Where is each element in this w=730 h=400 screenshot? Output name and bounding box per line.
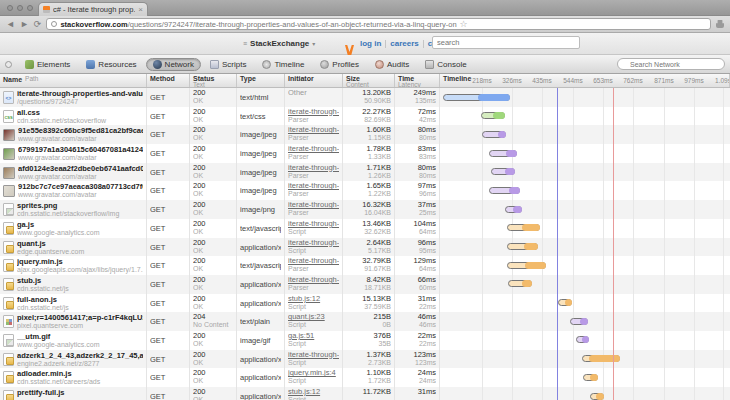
network-request-row[interactable]: full-anon.js cdn.sstatic.net/js GET 200 …	[0, 294, 730, 313]
column-header-initiator[interactable]: Initiator	[285, 74, 343, 87]
request-method: GET	[150, 94, 186, 102]
request-initiator-link[interactable]: iterate-through-properties-	[288, 164, 339, 172]
request-content-size: 1.26KB	[346, 172, 391, 180]
request-size: 22.27KB	[346, 108, 391, 116]
request-status-text: OK	[193, 303, 233, 311]
window-zoom-button[interactable]	[27, 5, 33, 11]
request-initiator-link[interactable]: iterate-through-properties-	[288, 351, 339, 359]
column-header-size[interactable]: Size Content	[343, 74, 395, 87]
file-type-icon	[3, 241, 14, 254]
request-initiator-link[interactable]: iterate-through-properties-	[288, 257, 339, 265]
chrome-menu-wrench-icon[interactable]	[716, 20, 724, 28]
network-request-row[interactable]: all.css cdn.sstatic.net/stackoverflow GE…	[0, 107, 730, 126]
column-header-type[interactable]: Type	[237, 74, 285, 87]
request-status: 200	[193, 220, 233, 228]
request-initiator-link[interactable]: iterate-through-properties-	[288, 108, 339, 116]
request-initiator-link[interactable]: jquery.min.js:4	[288, 369, 339, 377]
address-bar[interactable]: stackoverflow.com/questions/9724247/iter…	[46, 18, 711, 30]
timeline-tick-label: 653ms	[593, 77, 613, 84]
request-status-text: OK	[193, 359, 233, 367]
network-request-row[interactable]: __utm.gif www.google-analytics.com GET 2…	[0, 331, 730, 350]
request-initiator-link[interactable]: iterate-through-properties-	[288, 145, 339, 153]
url-text: stackoverflow.com/questions/9724247/iter…	[60, 20, 456, 29]
devtools-tab-audits[interactable]: Audits	[368, 58, 416, 71]
network-request-row[interactable]: stub.js cdn.sstatic.net/js GET 200 OK ap…	[0, 275, 730, 294]
network-request-row[interactable]: 91e55e8392c66bc9f5ed81ca2bf9cae7 www.gra…	[0, 125, 730, 144]
request-initiator-link[interactable]: iterate-through-properties-	[288, 239, 339, 247]
request-name: __utm.gif	[17, 333, 143, 341]
request-initiator-link[interactable]: iterate-through-properties-	[288, 126, 339, 134]
request-path: www.gravatar.com/avatar	[18, 191, 143, 199]
bookmark-star-icon[interactable]: ☆	[460, 19, 468, 29]
network-request-row[interactable]: prettify-full.js GET 200 OK application/…	[0, 387, 730, 400]
devtools-tab-scripts[interactable]: Scripts	[203, 58, 253, 71]
column-header-timeline[interactable]: Timeline 218ms326ms435ms544ms653ms762ms8…	[440, 74, 730, 87]
tab-close-icon[interactable]: ×	[138, 6, 143, 14]
network-request-row[interactable]: iterate-through-properties-and-values-of…	[0, 88, 730, 107]
column-header-time[interactable]: Time Latency	[395, 74, 440, 87]
request-method: GET	[150, 262, 186, 270]
topbar-link-careers[interactable]: careers	[386, 39, 422, 48]
request-content-size: 50.90KB	[346, 97, 391, 105]
devtools-tab-elements[interactable]: Elements	[18, 58, 77, 71]
stackexchange-menu[interactable]: ≡ StackExchange ▾	[243, 39, 315, 48]
network-request-row[interactable]: 6799197a1a304615c60467081a4124a7 www.gra…	[0, 144, 730, 163]
devtools-tab-resources[interactable]: Resources	[79, 58, 143, 71]
request-initiator-link[interactable]: stub.js:12	[288, 388, 339, 396]
browser-tab[interactable]: c# - Iterate through prop... ×	[38, 2, 148, 16]
request-size: 15.13KB	[346, 295, 391, 303]
request-name: stub.js	[17, 277, 143, 285]
network-request-row[interactable]: adloader.min.js cdn.sstatic.net/careers/…	[0, 368, 730, 387]
request-initiator-link[interactable]: quant.js:23	[288, 313, 339, 321]
column-header-method[interactable]: Method	[147, 74, 190, 87]
devtools-tab-console[interactable]: Console	[418, 58, 473, 71]
request-status: 200	[193, 182, 233, 190]
request-initiator-link[interactable]: iterate-through-properties-	[288, 276, 339, 284]
request-initiator-link[interactable]: iterate-through-properties-	[288, 182, 339, 190]
stackoverflow-favicon-icon	[43, 6, 50, 13]
window-minimize-button[interactable]	[17, 5, 23, 11]
request-size: 1.60KB	[346, 126, 391, 134]
dom-content-loaded-line	[557, 88, 558, 400]
network-request-row[interactable]: ga.js www.google-analytics.com GET 200 O…	[0, 219, 730, 238]
tab-title: c# - Iterate through prop...	[53, 5, 135, 14]
window-close-button[interactable]	[7, 5, 13, 11]
request-type: application/x...	[240, 374, 281, 382]
network-request-row[interactable]: 912bc7c7ce97aeaca308a07713cd7f60 www.gra…	[0, 181, 730, 200]
timeline-tick-label: 871ms	[654, 77, 674, 84]
network-request-row[interactable]: jquery.min.js ajax.googleapis.com/ajax/l…	[0, 256, 730, 275]
request-status-text: OK	[193, 284, 233, 292]
request-path: cdn.sstatic.net/js	[17, 285, 143, 293]
request-status: 200	[193, 239, 233, 247]
network-request-row[interactable]: sprites.png cdn.sstatic.net/stackoverflo…	[0, 200, 730, 219]
topbar-link-log-in[interactable]: log in	[356, 39, 385, 48]
timeline-bar-receiving	[525, 262, 546, 269]
timeline-tick-label: 762ms	[623, 77, 643, 84]
file-type-icon	[3, 278, 14, 291]
forward-button[interactable]: ►	[20, 19, 29, 29]
network-request-row[interactable]: quant.js edge.quantserve.com GET 200 OK …	[0, 238, 730, 257]
column-header-status[interactable]: Status Text	[190, 74, 237, 87]
request-initiator-link[interactable]: iterate-through-properties-	[288, 220, 339, 228]
devtools-tab-timeline[interactable]: Timeline	[255, 58, 311, 71]
network-request-row[interactable]: adzerk1_2_4_43,adzerk2_2_17_45,adzerk3_2…	[0, 350, 730, 369]
request-time: 31ms	[398, 295, 436, 303]
request-time: 31ms	[398, 388, 436, 396]
request-type: image/jpeg	[240, 150, 281, 158]
request-initiator-link[interactable]: iterate-through-properties-	[288, 201, 339, 209]
request-initiator-link[interactable]: ga.js:51	[288, 332, 339, 340]
request-size: 376B	[346, 332, 391, 340]
request-initiator-link[interactable]: Other	[288, 89, 339, 97]
network-request-row[interactable]: afd0124e3eaa2f2dbe0eb6741aafcd03 www.gra…	[0, 163, 730, 182]
back-button[interactable]: ◄	[6, 19, 15, 29]
record-indicator-icon[interactable]	[5, 61, 12, 68]
request-status-text: OK	[193, 172, 233, 180]
devtools-tab-profiles[interactable]: Profiles	[313, 58, 366, 71]
site-search-input[interactable]	[432, 36, 580, 49]
column-header-name[interactable]: Name Path	[0, 74, 147, 87]
network-request-row[interactable]: pixel;r=1400561417;a=p-c1rF4kqLUzNcfpan-…	[0, 312, 730, 331]
reload-button[interactable]: ⟳	[34, 19, 42, 29]
network-search-input[interactable]	[617, 58, 725, 70]
devtools-tab-network[interactable]: Network	[146, 58, 201, 71]
request-initiator-link[interactable]: stub.js:12	[288, 295, 339, 303]
